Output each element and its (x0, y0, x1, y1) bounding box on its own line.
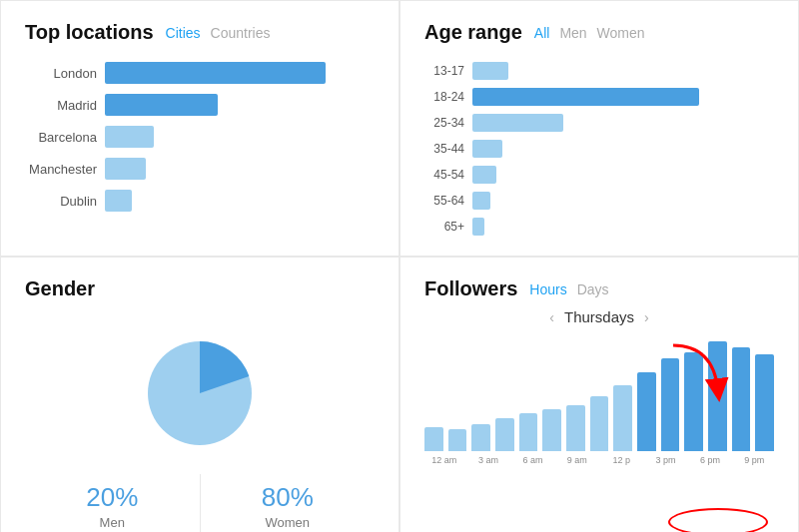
age-bar-fill (472, 88, 699, 106)
tab-hours[interactable]: Hours (529, 281, 566, 297)
age-bar-fill (472, 140, 502, 158)
time-label: 9 am (557, 455, 596, 465)
follower-bar (590, 396, 609, 451)
age-label: 25-34 (424, 116, 464, 130)
next-day-arrow[interactable]: › (644, 309, 649, 325)
age-bar-row: 55-64 (424, 192, 774, 210)
age-bar-row: 25-34 (424, 114, 774, 132)
follower-bar (708, 341, 727, 451)
age-range-panel: Age range All Men Women 13-17 18-24 25-3… (400, 0, 799, 257)
bar-label: London (25, 66, 97, 81)
age-range-title: Age range (424, 21, 522, 44)
bar-label: Barcelona (25, 130, 97, 145)
locations-bar-chart: London Madrid Barcelona Manchester Dubli… (25, 62, 375, 212)
tab-cities[interactable]: Cities (166, 25, 201, 41)
age-bar-track (472, 140, 774, 158)
follower-bar (613, 385, 632, 451)
day-name: Thursdays (564, 308, 634, 325)
follower-bar (732, 347, 751, 452)
followers-bar-chart (424, 341, 774, 451)
age-label: 65+ (424, 220, 464, 234)
red-circle-annotation (668, 508, 768, 532)
gender-header: Gender (25, 277, 95, 300)
location-bar-row: Barcelona (25, 126, 375, 148)
age-label: 18-24 (424, 90, 464, 104)
age-label: 45-54 (424, 168, 464, 182)
tab-women[interactable]: Women (597, 25, 645, 41)
follower-bar (495, 418, 514, 451)
men-stat: 20% Men (25, 474, 201, 532)
age-bar-fill (472, 166, 496, 184)
time-label: 12 am (424, 455, 463, 465)
women-label: Women (201, 515, 376, 530)
time-label: 9 pm (735, 455, 774, 465)
age-bar-chart: 13-17 18-24 25-34 35-44 45-54 55-64 65+ (424, 62, 774, 236)
bar-fill (105, 190, 132, 212)
women-stat: 80% Women (201, 474, 376, 532)
location-bar-row: London (25, 62, 375, 84)
followers-header: Followers Hours Days (424, 277, 774, 300)
top-locations-panel: Top locations Cities Countries London Ma… (0, 0, 400, 257)
tab-all[interactable]: All (534, 25, 550, 41)
time-label: 6 am (513, 455, 552, 465)
follower-bar (684, 352, 703, 451)
bar-track (105, 94, 375, 116)
age-tabs: All Men Women (534, 25, 645, 41)
age-bar-fill (472, 62, 508, 80)
follower-bar (519, 413, 538, 452)
tab-countries[interactable]: Countries (211, 25, 271, 41)
age-bar-track (472, 218, 774, 236)
women-pct: 80% (201, 482, 376, 513)
follower-bar (566, 405, 585, 451)
age-bar-row: 18-24 (424, 88, 774, 106)
bar-label: Madrid (25, 98, 97, 113)
gender-title: Gender (25, 277, 95, 300)
top-locations-title: Top locations (25, 21, 154, 44)
time-label: 3 pm (646, 455, 685, 465)
age-bar-row: 13-17 (424, 62, 774, 80)
follower-bar (448, 429, 467, 451)
day-nav: ‹ Thursdays › (424, 308, 774, 325)
men-pct: 20% (25, 482, 200, 513)
followers-title: Followers (424, 277, 517, 300)
age-bar-track (472, 114, 774, 132)
age-bar-row: 65+ (424, 218, 774, 236)
age-bar-track (472, 192, 774, 210)
bar-track (105, 190, 375, 212)
location-bar-row: Madrid (25, 94, 375, 116)
age-bar-fill (472, 218, 484, 236)
time-label: 6 pm (690, 455, 729, 465)
top-locations-tabs: Cities Countries (166, 25, 271, 41)
tab-days[interactable]: Days (577, 281, 609, 297)
tab-men[interactable]: Men (559, 25, 586, 41)
time-label: 12 p (602, 455, 641, 465)
prev-day-arrow[interactable]: ‹ (549, 309, 554, 325)
men-label: Men (25, 515, 200, 530)
location-bar-row: Manchester (25, 158, 375, 180)
age-bar-fill (472, 192, 490, 210)
age-bar-track (472, 166, 774, 184)
age-range-header: Age range All Men Women (424, 21, 774, 44)
gender-stats: 20% Men 80% Women (25, 474, 375, 532)
follower-bar (424, 427, 443, 451)
age-label: 35-44 (424, 142, 464, 156)
age-bar-fill (472, 114, 563, 132)
followers-tabs: Hours Days (529, 281, 608, 297)
bar-fill (105, 158, 146, 180)
time-label: 3 am (468, 455, 507, 465)
gender-panel: Gender 20% Men 80% Women (0, 257, 400, 532)
bar-fill (105, 126, 154, 148)
age-bar-track (472, 88, 774, 106)
bar-fill (105, 94, 218, 116)
follower-bar (755, 354, 774, 451)
bar-track (105, 126, 375, 148)
main-grid: Top locations Cities Countries London Ma… (0, 0, 799, 532)
follower-bar (637, 372, 656, 451)
follower-bar (661, 358, 680, 452)
bar-fill (105, 62, 326, 84)
top-locations-header: Top locations Cities Countries (25, 21, 375, 44)
followers-panel: Followers Hours Days ‹ Thursdays › 12 am… (400, 257, 799, 532)
time-labels: 12 am3 am6 am9 am12 p3 pm6 pm9 pm (424, 455, 774, 465)
bar-track (105, 62, 375, 84)
age-label: 55-64 (424, 194, 464, 208)
